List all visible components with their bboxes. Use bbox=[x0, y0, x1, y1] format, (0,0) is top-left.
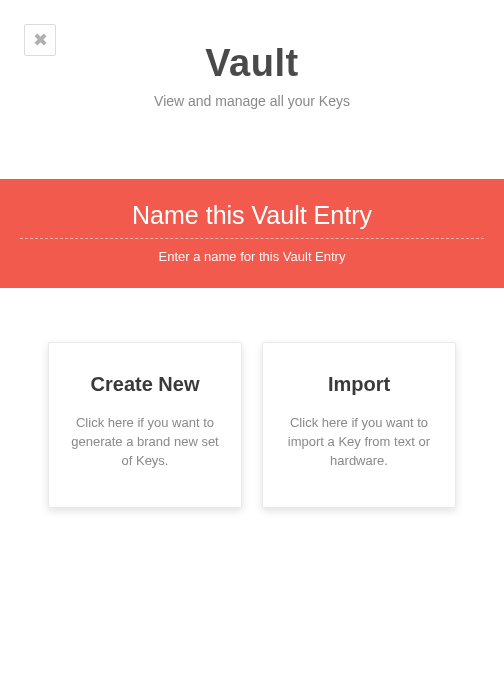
vault-modal: ✖ Vault View and manage all your Keys En… bbox=[0, 0, 504, 696]
create-new-title: Create New bbox=[69, 373, 221, 396]
import-desc: Click here if you want to import a Key f… bbox=[283, 414, 435, 471]
create-new-desc: Click here if you want to generate a bra… bbox=[69, 414, 221, 471]
create-new-card[interactable]: Create New Click here if you want to gen… bbox=[48, 342, 242, 508]
close-button[interactable]: ✖ bbox=[24, 24, 56, 56]
action-cards: Create New Click here if you want to gen… bbox=[0, 288, 504, 508]
import-card[interactable]: Import Click here if you want to import … bbox=[262, 342, 456, 508]
modal-header: Vault View and manage all your Keys bbox=[0, 0, 504, 139]
name-entry-banner: Enter a name for this Vault Entry bbox=[0, 179, 504, 288]
name-entry-hint: Enter a name for this Vault Entry bbox=[20, 249, 484, 264]
page-subtitle: View and manage all your Keys bbox=[0, 93, 504, 109]
import-title: Import bbox=[283, 373, 435, 396]
page-title: Vault bbox=[0, 42, 504, 85]
close-icon: ✖ bbox=[33, 29, 48, 51]
vault-entry-name-input[interactable] bbox=[20, 201, 484, 239]
